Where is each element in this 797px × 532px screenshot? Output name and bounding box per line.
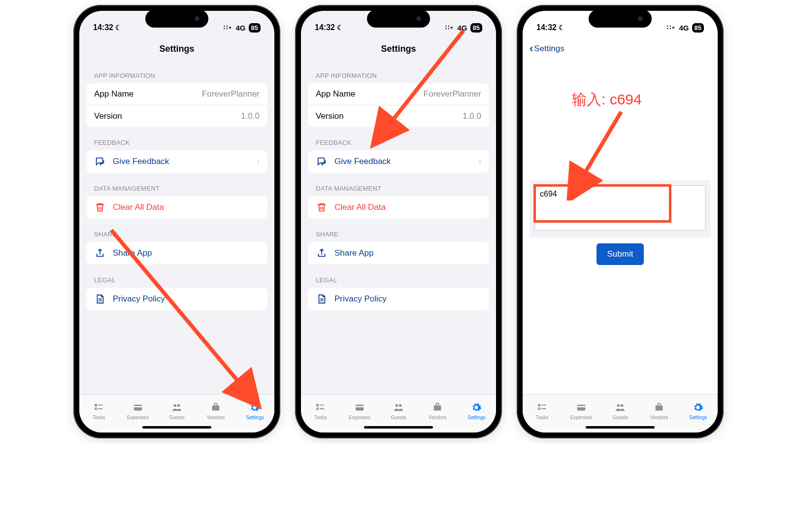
row-share-app[interactable]: Share App — [86, 242, 267, 265]
svg-rect-2 — [134, 405, 142, 411]
focus-moon-icon: ☾ — [559, 24, 565, 32]
tab-settings-label: Settings — [246, 415, 264, 420]
row-give-feedback[interactable]: Give Feedback › — [308, 150, 489, 173]
row-version: Version 1.0.0 — [86, 105, 267, 127]
section-header-legal: LEGAL — [79, 265, 274, 288]
tab-tasks-label: Tasks — [536, 415, 549, 420]
tab-tasks[interactable]: Tasks — [523, 395, 562, 427]
focus-moon-icon: ☾ — [115, 24, 122, 32]
version-label: Version — [316, 111, 344, 121]
chevron-right-icon: › — [257, 157, 260, 166]
row-clear-data[interactable]: Clear All Data — [86, 196, 267, 219]
svg-point-17 — [538, 408, 540, 410]
page-title: Settings — [381, 44, 416, 54]
phone-frame-3: 14:32 ☾ ∷﹡ 4G 85 ‹ Settings Submit Tasks… — [517, 5, 724, 438]
row-privacy[interactable]: Privacy Policy — [308, 288, 489, 310]
tab-vendors[interactable]: Vendors — [197, 395, 235, 427]
share-app-label: Share App — [113, 248, 152, 258]
privacy-label: Privacy Policy — [113, 294, 165, 304]
tab-vendors[interactable]: Vendors — [640, 395, 679, 427]
tab-expenses[interactable]: Expenses — [562, 395, 600, 427]
feedback-icon — [316, 156, 328, 167]
tab-tasks-label: Tasks — [314, 415, 327, 420]
tasks-icon — [315, 401, 326, 414]
svg-point-12 — [396, 404, 398, 407]
submit-button[interactable]: Submit — [597, 243, 644, 265]
document-icon — [94, 294, 106, 304]
screen-1: 14:32 ☾ ∷﹡ 4G 85 Settings APP INFORMATIO… — [79, 11, 274, 432]
tab-tasks[interactable]: Tasks — [79, 395, 118, 427]
row-clear-data[interactable]: Clear All Data — [308, 196, 489, 219]
expenses-icon — [133, 401, 143, 414]
phone-frame-1: 14:32 ☾ ∷﹡ 4G 85 Settings APP INFORMATIO… — [73, 5, 280, 438]
section-header-data-mgmt: DATA MANAGEMENT — [79, 173, 274, 196]
svg-point-1 — [95, 408, 97, 410]
group-data-mgmt: Clear All Data — [86, 196, 267, 219]
svg-rect-6 — [212, 405, 220, 410]
tab-guests-label: Guests — [391, 415, 406, 420]
tab-guests[interactable]: Guests — [379, 395, 418, 427]
home-indicator[interactable] — [142, 426, 211, 429]
battery-level: 85 — [470, 23, 482, 33]
tab-settings[interactable]: Settings — [235, 395, 274, 427]
privacy-label: Privacy Policy — [334, 294, 387, 304]
vendors-icon — [210, 401, 221, 414]
group-data-mgmt: Clear All Data — [308, 196, 489, 219]
app-name-value: ForeverPlanner — [202, 89, 260, 99]
group-app-info: App Name ForeverPlanner Version 1.0.0 — [308, 83, 489, 127]
status-time: 14:32 — [93, 23, 113, 32]
annotation-input-hint: 输入: c694 — [572, 90, 642, 110]
network-type: 4G — [236, 24, 246, 32]
app-name-value: ForeverPlanner — [424, 89, 481, 99]
back-button[interactable]: ‹ Settings — [530, 43, 565, 54]
guests-icon — [171, 401, 182, 414]
svg-point-8 — [316, 404, 318, 406]
status-time: 14:32 — [536, 23, 557, 32]
share-icon — [94, 248, 106, 259]
tab-guests[interactable]: Guests — [157, 395, 196, 427]
tab-guests[interactable]: Guests — [600, 395, 639, 427]
screen-3: 14:32 ☾ ∷﹡ 4G 85 ‹ Settings Submit Tasks… — [523, 11, 718, 432]
nav-header: Settings — [79, 37, 274, 60]
home-indicator[interactable] — [586, 426, 655, 429]
tab-expenses[interactable]: Expenses — [340, 395, 379, 427]
tab-guests-label: Guests — [169, 415, 185, 420]
row-give-feedback[interactable]: Give Feedback › — [86, 150, 267, 173]
tab-settings[interactable]: Settings — [679, 395, 718, 427]
row-app-name: App Name ForeverPlanner — [308, 83, 489, 105]
signal-bars: ∷﹡ — [224, 23, 233, 32]
version-value: 1.0.0 — [241, 111, 260, 121]
battery-level: 85 — [249, 23, 261, 33]
svg-point-21 — [621, 404, 624, 407]
section-header-app-info: APP INFORMATION — [79, 60, 274, 83]
phone-frame-2: 14:32 ☾ ∷﹡ 4G 85 Settings APP INFORMATIO… — [295, 5, 502, 438]
tab-tasks[interactable]: Tasks — [301, 395, 340, 427]
tab-vendors[interactable]: Vendors — [418, 395, 457, 427]
svg-point-5 — [177, 404, 180, 407]
feedback-icon — [94, 156, 106, 167]
dynamic-island — [367, 10, 430, 28]
back-label: Settings — [534, 44, 564, 54]
group-feedback: Give Feedback › — [308, 150, 489, 173]
share-app-label: Share App — [334, 248, 373, 258]
vendors-icon — [654, 401, 664, 414]
feedback-textarea[interactable] — [534, 185, 706, 231]
nav-header: ‹ Settings — [523, 37, 718, 60]
nav-header: Settings — [301, 37, 496, 60]
trash-icon — [94, 202, 106, 213]
group-app-info: App Name ForeverPlanner Version 1.0.0 — [86, 83, 267, 127]
section-header-share: SHARE — [79, 219, 274, 242]
svg-rect-19 — [577, 406, 586, 407]
app-name-label: App Name — [316, 89, 355, 99]
status-time: 14:32 — [315, 23, 335, 32]
tab-vendors-label: Vendors — [429, 415, 447, 420]
row-privacy[interactable]: Privacy Policy — [86, 288, 267, 310]
tab-settings[interactable]: Settings — [457, 395, 496, 427]
home-indicator[interactable] — [364, 426, 433, 429]
vendors-icon — [432, 401, 443, 414]
tab-expenses[interactable]: Expenses — [118, 395, 157, 427]
row-share-app[interactable]: Share App — [308, 242, 489, 265]
section-header-data-mgmt: DATA MANAGEMENT — [301, 173, 496, 196]
section-header-app-info: APP INFORMATION — [301, 60, 496, 83]
svg-point-13 — [399, 404, 402, 407]
